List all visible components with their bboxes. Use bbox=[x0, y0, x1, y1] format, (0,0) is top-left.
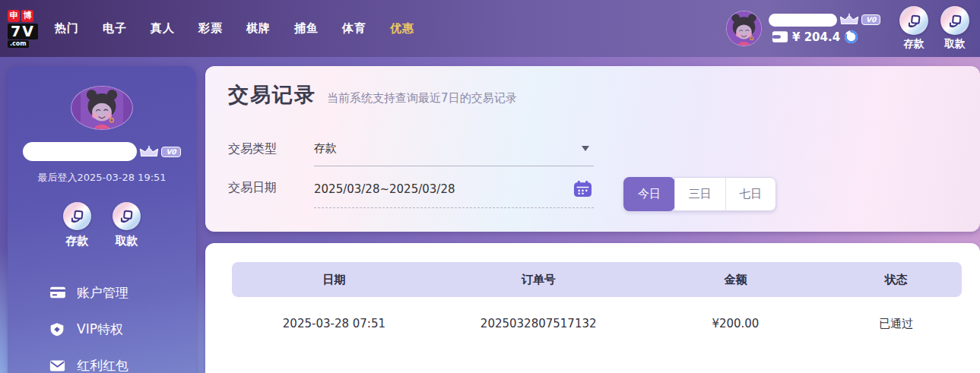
site-logo[interactable]: 申 博 7V .com bbox=[8, 10, 38, 48]
action-label: 取款 bbox=[116, 234, 138, 248]
table-header-cell: 订单号 bbox=[436, 273, 641, 287]
logo-suffix: .com bbox=[8, 40, 29, 48]
sidebar-item[interactable]: 账户管理 bbox=[49, 274, 196, 311]
sidebar-item[interactable]: 红利红包 bbox=[49, 347, 196, 373]
transaction-type-value: 存款 bbox=[314, 141, 582, 156]
transaction-date-label: 交易日期 bbox=[228, 175, 314, 208]
vip-level-badge: V0 bbox=[861, 14, 880, 25]
withdraw-icon bbox=[940, 6, 969, 35]
user-info: V0 ¥ 204.4 bbox=[769, 13, 884, 44]
deposit-button[interactable]: 存款 bbox=[899, 6, 928, 51]
withdraw-button[interactable]: 取款 bbox=[113, 202, 141, 248]
table-cell: 2025032807517132 bbox=[436, 317, 641, 330]
page-body: V0 最后登入2025-03-28 19:51 存款取款 账户管理VIP特权红利… bbox=[0, 57, 980, 373]
date-range-button[interactable]: 七日 bbox=[725, 178, 775, 210]
table-header-cell: 日期 bbox=[232, 273, 436, 287]
action-label: 存款 bbox=[66, 234, 89, 248]
crown-icon bbox=[839, 13, 859, 27]
navbar-user-area: V0 ¥ 204.4 存款取款 bbox=[726, 6, 969, 51]
main-nav: 热门电子真人彩票棋牌捕鱼体育优惠 bbox=[55, 21, 414, 36]
transaction-date-row: 交易日期 2025/03/28~2025/03/28 bbox=[228, 175, 980, 208]
table-body: 2025-03-28 07:512025032807517132¥200.00已… bbox=[205, 297, 980, 350]
transaction-date-field[interactable]: 2025/03/28~2025/03/28 bbox=[314, 175, 594, 208]
sidebar-item-label: 账户管理 bbox=[77, 284, 128, 302]
logo-cn-row: 申 博 bbox=[8, 10, 33, 22]
top-navbar: 申 博 7V .com 热门电子真人彩票棋牌捕鱼体育优惠 V0 ¥ 204.4 bbox=[0, 0, 980, 57]
page-subtitle: 当前系统支持查询最近7日的交易记录 bbox=[327, 91, 517, 105]
deposit-icon bbox=[63, 202, 91, 230]
title-row: 交易记录 当前系统支持查询最近7日的交易记录 bbox=[228, 81, 980, 109]
balance-amount: ¥ 204.4 bbox=[792, 30, 840, 44]
user-avatar-large[interactable] bbox=[71, 86, 133, 130]
sidebar: V0 最后登入2025-03-28 19:51 存款取款 账户管理VIP特权红利… bbox=[8, 66, 196, 373]
vip-icon bbox=[49, 322, 67, 337]
balance-row: ¥ 204.4 bbox=[772, 30, 884, 44]
nav-item[interactable]: 真人 bbox=[151, 21, 175, 36]
table-header-cell: 状态 bbox=[830, 273, 962, 287]
date-range-button[interactable]: 今日 bbox=[623, 177, 675, 211]
date-range-button-group: 今日三日七日 bbox=[623, 177, 776, 211]
nav-item[interactable]: 热门 bbox=[55, 21, 79, 36]
nav-item[interactable]: 捕鱼 bbox=[294, 21, 319, 36]
transaction-filter-card: 交易记录 当前系统支持查询最近7日的交易记录 交易类型 存款 交易日期 2025… bbox=[205, 66, 980, 232]
deposit-icon bbox=[899, 6, 928, 35]
nav-item[interactable]: 优惠 bbox=[390, 21, 414, 36]
sidebar-quick-actions: 存款取款 bbox=[63, 202, 141, 248]
user-avatar[interactable] bbox=[726, 11, 762, 46]
page-title: 交易记录 bbox=[228, 83, 316, 106]
table-cell: 2025-03-28 07:51 bbox=[232, 317, 436, 330]
envelope-icon bbox=[49, 359, 67, 372]
logo-main: 7V bbox=[8, 24, 38, 40]
transaction-table-card: 日期订单号金额状态 2025-03-28 07:5120250328075171… bbox=[205, 243, 980, 373]
redacted-username bbox=[769, 14, 837, 27]
user-top-row: V0 bbox=[769, 13, 884, 27]
table-header: 日期订单号金额状态 bbox=[232, 262, 962, 297]
sidebar-menu: 账户管理VIP特权红利红包 bbox=[8, 274, 196, 373]
logo-cn-1: 申 bbox=[8, 10, 20, 22]
card-icon bbox=[49, 286, 67, 299]
navbar-actions: 存款取款 bbox=[899, 6, 969, 51]
table-row: 2025-03-28 07:512025032807517132¥200.00已… bbox=[232, 297, 962, 350]
transaction-type-row: 交易类型 存款 bbox=[228, 136, 980, 166]
wallet-icon bbox=[772, 30, 788, 43]
nav-item[interactable]: 体育 bbox=[342, 21, 366, 36]
redacted-username bbox=[23, 142, 137, 161]
date-range-button[interactable]: 三日 bbox=[674, 178, 725, 210]
withdraw-button[interactable]: 取款 bbox=[940, 6, 969, 51]
transaction-type-label: 交易类型 bbox=[228, 136, 314, 166]
deposit-button[interactable]: 存款 bbox=[63, 202, 91, 248]
sidebar-item[interactable]: VIP特权 bbox=[49, 311, 196, 347]
vip-level-badge: V0 bbox=[161, 147, 180, 157]
last-login-text: 最后登入2025-03-28 19:51 bbox=[37, 171, 166, 185]
logo-cn-2: 博 bbox=[21, 10, 33, 22]
action-label: 取款 bbox=[945, 37, 966, 51]
withdraw-icon bbox=[113, 202, 141, 230]
table-cell: ¥200.00 bbox=[641, 317, 831, 330]
transaction-type-select[interactable]: 存款 bbox=[314, 136, 594, 166]
sidebar-item-label: VIP特权 bbox=[77, 321, 123, 338]
chevron-down-icon bbox=[582, 146, 589, 151]
nav-item[interactable]: 电子 bbox=[103, 21, 127, 36]
crown-icon bbox=[139, 145, 159, 159]
sidebar-user-row: V0 bbox=[23, 142, 180, 161]
refresh-balance-icon[interactable] bbox=[844, 30, 858, 44]
nav-item[interactable]: 棋牌 bbox=[246, 21, 271, 36]
sidebar-item-label: 红利红包 bbox=[77, 357, 128, 373]
nav-item[interactable]: 彩票 bbox=[198, 21, 223, 36]
calendar-icon[interactable] bbox=[573, 180, 592, 198]
action-label: 存款 bbox=[904, 37, 924, 51]
transaction-date-value: 2025/03/28~2025/03/28 bbox=[314, 182, 573, 196]
table-header-cell: 金额 bbox=[641, 273, 831, 287]
table-cell: 已通过 bbox=[830, 317, 962, 331]
main-content: 交易记录 当前系统支持查询最近7日的交易记录 交易类型 存款 交易日期 2025… bbox=[205, 66, 980, 373]
